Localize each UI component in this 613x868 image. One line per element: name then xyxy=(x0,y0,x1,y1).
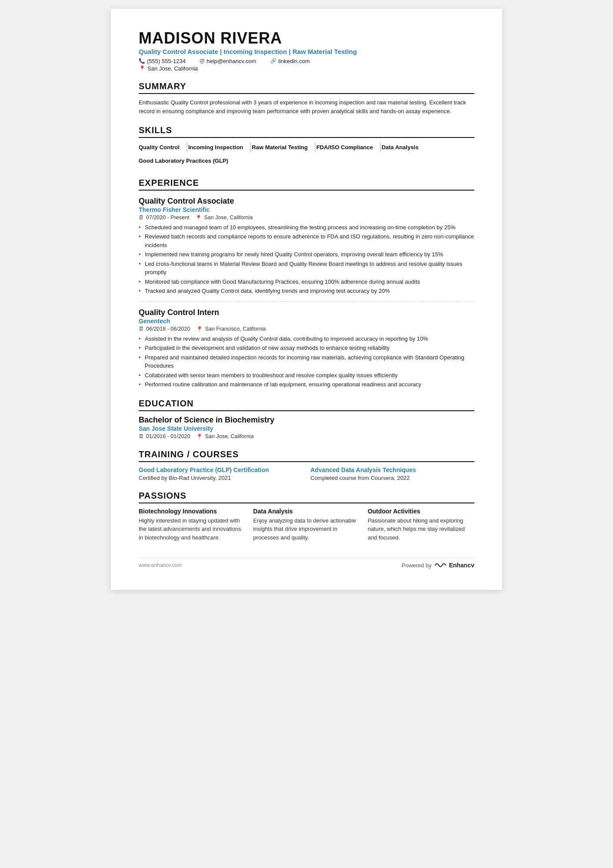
calendar-icon-1: 🗓 xyxy=(139,214,144,221)
job-1-bullet-1: Scheduled and managed team of 10 employe… xyxy=(139,223,474,232)
email-address: help@enhancv.com xyxy=(207,58,256,64)
job-1-bullet-2: Reviewed batch records and compliance re… xyxy=(139,232,474,249)
passion-1-title: Biotechnology Innovations xyxy=(139,508,245,515)
summary-text: Enthusiastic Quality Control professiona… xyxy=(139,98,474,116)
job-1: Quality Control Associate Thermo Fisher … xyxy=(139,197,474,295)
education-section: EDUCATION Bachelor of Science in Biochem… xyxy=(139,399,474,440)
phone-number: (555) 555-1234 xyxy=(147,58,186,64)
skills-row-1: Quality Control Incoming Inspection Raw … xyxy=(139,142,474,155)
degree-title: Bachelor of Science in Biochemistry xyxy=(139,416,474,425)
job-2-company: Genentech xyxy=(139,318,474,325)
education-title: EDUCATION xyxy=(139,399,474,409)
footer: www.enhancv.com Powered by Enhancv xyxy=(139,557,474,569)
skills-section: SKILLS Quality Control Incoming Inspecti… xyxy=(139,125,474,168)
skills-row-2: Good Laboratory Practices (GLP) xyxy=(139,156,474,168)
phone-item: 📞 (555) 555-1234 xyxy=(139,58,186,64)
calendar-icon-edu: 🗓 xyxy=(139,433,144,439)
job-2-bullet-1: Assisted in the review and analysis of Q… xyxy=(139,335,474,343)
summary-divider xyxy=(139,93,474,94)
location-text: San Jose, California xyxy=(147,65,198,72)
job-2-bullets: Assisted in the review and analysis of Q… xyxy=(139,335,474,389)
passions-section: PASSIONS Biotechnology Innovations Highl… xyxy=(139,491,474,542)
job-2-date: 06/2018 - 06/2020 xyxy=(146,326,190,332)
training-grid: Good Laboratory Practice (GLP) Certifica… xyxy=(139,466,474,481)
experience-divider xyxy=(139,190,474,191)
passion-2-desc: Enjoy analyzing data to derive actionabl… xyxy=(253,516,360,542)
edu-location: San Jose, California xyxy=(205,433,253,439)
powered-by-text: Powered by xyxy=(402,562,432,569)
header: MADISON RIVERA Quality Control Associate… xyxy=(139,30,474,72)
brand-name: Enhancv xyxy=(449,562,474,569)
job-2-bullet-5: Performed routine calibration and mainte… xyxy=(139,380,474,389)
footer-website: www.enhancv.com xyxy=(139,562,182,568)
job-1-bullet-6: Tracked and analyzed Quality Control dat… xyxy=(139,287,474,295)
enhancv-icon xyxy=(434,561,446,569)
location-icon-edu: 📍 xyxy=(196,433,203,440)
edu-date: 01/2016 - 01/2020 xyxy=(146,433,190,439)
passion-2: Data Analysis Enjoy analyzing data to de… xyxy=(253,508,360,542)
summary-section: SUMMARY Enthusiastic Quality Control pro… xyxy=(139,81,474,116)
skill-data-analysis: Data Analysis xyxy=(382,142,426,152)
job-2-bullet-4: Collaborated with senior team members to… xyxy=(139,371,474,380)
linkedin-item: 🔗 linkedin.com xyxy=(270,58,310,64)
training-1-title: Good Laboratory Practice (GLP) Certifica… xyxy=(139,466,303,473)
email-icon: @ xyxy=(200,58,205,64)
job-1-bullet-5: Monitored lab compliance with Good Manuf… xyxy=(139,278,474,286)
summary-title: SUMMARY xyxy=(139,81,474,91)
training-2-description: Completed course from Coursera, 2022 xyxy=(310,475,474,481)
location-row: 📍 San Jose, California xyxy=(139,65,474,72)
job-1-location-item: 📍 San Jose, California xyxy=(195,214,253,221)
job-1-bullet-4: Led cross-functional teams in Material R… xyxy=(139,260,474,277)
skill-fda-iso: FDA/ISO Compliance xyxy=(316,142,381,152)
job-1-company: Thermo Fisher Scientific xyxy=(139,206,474,213)
passions-divider xyxy=(139,503,474,503)
link-icon: 🔗 xyxy=(270,58,277,64)
passions-grid: Biotechnology Innovations Highly interes… xyxy=(139,508,474,542)
skill-quality-control: Quality Control xyxy=(139,142,187,152)
tagline: Quality Control Associate | Incoming Ins… xyxy=(139,48,474,55)
job-2-meta: 🗓 06/2018 - 06/2020 📍 San Francisco, Cal… xyxy=(139,326,474,332)
school-name: San Jose State University xyxy=(139,425,474,432)
job-1-date: 07/2020 - Present xyxy=(146,214,189,221)
skill-incoming-inspection: Incoming Inspection xyxy=(188,142,251,152)
job-separator xyxy=(139,302,474,302)
job-1-bullets: Scheduled and managed team of 10 employe… xyxy=(139,223,474,295)
experience-section: EXPERIENCE Quality Control Associate The… xyxy=(139,178,474,389)
linkedin-url: linkedin.com xyxy=(278,58,310,64)
job-1-location: San Jose, California xyxy=(204,214,253,221)
skill-raw-material: Raw Material Testing xyxy=(252,142,315,152)
job-1-meta: 🗓 07/2020 - Present 📍 San Jose, Californ… xyxy=(139,214,474,221)
phone-icon: 📞 xyxy=(139,58,145,64)
location-pin-icon: 📍 xyxy=(139,65,146,72)
resume-page: MADISON RIVERA Quality Control Associate… xyxy=(111,9,502,590)
job-1-bullet-3: Implemented new training programs for ne… xyxy=(139,250,474,259)
training-title: TRAINING / COURSES xyxy=(139,449,474,459)
edu-location-item: 📍 San Jose, California xyxy=(196,433,253,440)
job-2: Quality Control Intern Genentech 🗓 06/20… xyxy=(139,308,474,389)
location-icon-2: 📍 xyxy=(196,326,203,332)
location-icon-1: 📍 xyxy=(195,214,202,221)
passion-1-desc: Highly interested in staying updated wit… xyxy=(139,516,245,542)
experience-title: EXPERIENCE xyxy=(139,178,474,188)
contact-row: 📞 (555) 555-1234 @ help@enhancv.com 🔗 li… xyxy=(139,58,474,64)
job-2-bullet-2: Participated in the development and vali… xyxy=(139,344,474,352)
skill-glp: Good Laboratory Practices (GLP) xyxy=(139,156,235,166)
job-2-date-item: 🗓 06/2018 - 06/2020 xyxy=(139,326,190,332)
job-1-title: Quality Control Associate xyxy=(139,197,474,206)
job-2-bullet-3: Prepared and maintained detailed inspect… xyxy=(139,353,474,370)
passion-2-title: Data Analysis xyxy=(253,508,360,515)
training-course-1: Good Laboratory Practice (GLP) Certifica… xyxy=(139,466,303,481)
skills-divider xyxy=(139,137,474,138)
email-item: @ help@enhancv.com xyxy=(200,58,256,64)
passion-3-title: Outdoor Activities xyxy=(368,508,474,515)
edu-meta: 🗓 01/2016 - 01/2020 📍 San Jose, Californ… xyxy=(139,433,474,440)
training-1-description: Certified by Bio-Rad University, 2021 xyxy=(139,475,303,481)
edu-date-item: 🗓 01/2016 - 01/2020 xyxy=(139,433,190,439)
enhancv-logo: Powered by Enhancv xyxy=(402,561,474,569)
job-1-date-item: 🗓 07/2020 - Present xyxy=(139,214,189,221)
candidate-name: MADISON RIVERA xyxy=(139,30,474,47)
passion-1: Biotechnology Innovations Highly interes… xyxy=(139,508,245,542)
passions-title: PASSIONS xyxy=(139,491,474,501)
education-divider xyxy=(139,410,474,411)
job-2-title: Quality Control Intern xyxy=(139,308,474,317)
